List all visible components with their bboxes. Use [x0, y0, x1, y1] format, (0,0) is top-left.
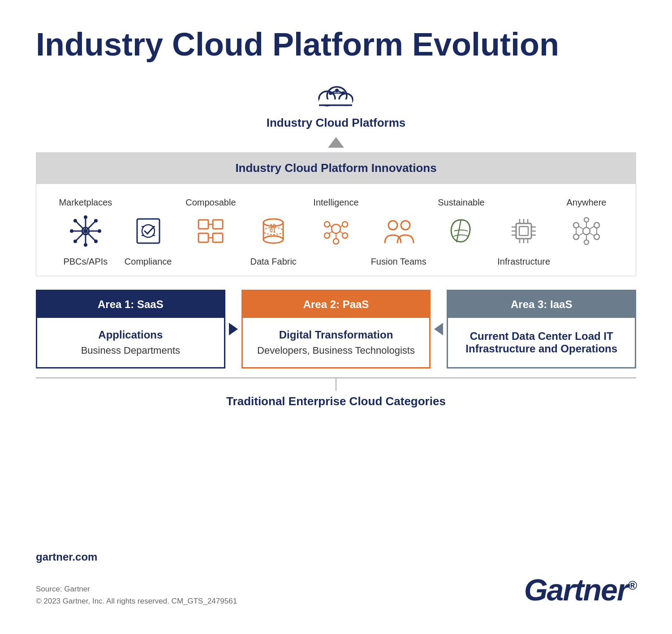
svg-point-18	[70, 229, 73, 233]
area-2-paas: Area 2: PaaS Digital Transformation Deve…	[241, 290, 431, 368]
area-1-header: Area 1: SaaS	[37, 291, 224, 318]
svg-point-21	[94, 240, 98, 243]
svg-line-82	[590, 233, 594, 236]
area-3-body: Current Data Center Load IT Infrastructu…	[448, 318, 635, 367]
icon-col-intelligence: Intelligence	[307, 197, 365, 210]
arrow-up-icon	[328, 137, 344, 148]
label-infrastructure: Infrastructure	[497, 257, 550, 267]
source-text: Source: Gartner © 2023 Gartner, Inc. All…	[36, 583, 237, 607]
icon-col-infra-top	[495, 197, 553, 210]
icon-intelligence	[307, 215, 365, 247]
area-1-saas: Area 1: SaaS Applications Business Depar…	[36, 290, 225, 368]
area-1-header-text: Area 1: SaaS	[98, 298, 164, 310]
icon-col-composable: Composable	[181, 197, 240, 210]
area-1-title: Applications	[98, 329, 163, 341]
area-1-subtitle: Business Departments	[81, 345, 180, 356]
svg-point-76	[584, 240, 589, 244]
svg-rect-30	[198, 233, 208, 242]
label-compliance: Compliance	[125, 257, 172, 267]
compliance-icon	[133, 215, 164, 247]
svg-line-48	[330, 225, 332, 227]
separator-line	[36, 377, 636, 378]
icon-col-anywhere: Anywhere	[557, 197, 616, 210]
icon-fusion-teams	[370, 215, 428, 247]
svg-point-42	[332, 224, 340, 233]
svg-line-51	[340, 231, 343, 233]
label-fusion-teams: Fusion Teams	[371, 257, 426, 267]
footer-bottom: Source: Gartner © 2023 Gartner, Inc. All…	[36, 572, 636, 607]
svg-point-28	[142, 225, 155, 237]
icon-col-empty1	[181, 253, 240, 257]
label-composable: Composable	[185, 197, 236, 210]
icon-col-empty3	[432, 253, 490, 257]
area-3-iaas: Area 3: IaaS Current Data Center Load IT…	[447, 290, 636, 368]
svg-rect-57	[519, 227, 528, 236]
svg-line-55	[457, 220, 461, 242]
svg-line-81	[578, 233, 583, 236]
icon-pbcs	[56, 215, 115, 247]
svg-point-17	[84, 243, 87, 247]
cloud-icon	[314, 80, 358, 111]
icon-col-compliance-label: Compliance	[119, 253, 177, 267]
infrastructure-icon	[508, 215, 539, 247]
svg-point-53	[388, 221, 397, 230]
icon-col-datafabric-label: Data Fabric	[244, 253, 302, 267]
footer: gartner.com Source: Gartner © 2023 Gartn…	[36, 551, 636, 607]
icon-col-empty2	[307, 253, 365, 257]
icon-col-composable-top	[119, 197, 177, 210]
svg-point-72	[594, 223, 599, 228]
icon-data-fabric-composable	[181, 215, 240, 247]
icon-sustainable	[432, 215, 490, 247]
svg-point-36	[263, 236, 283, 243]
intelligence-icon	[320, 215, 352, 247]
label-data-fabric: Data Fabric	[250, 257, 296, 267]
arrow-2-3	[431, 290, 447, 368]
icon-compliance	[119, 215, 177, 247]
area-3-header-text: Area 3: IaaS	[511, 298, 572, 310]
svg-point-19	[98, 229, 101, 233]
arrow-right-icon	[229, 323, 238, 335]
svg-line-79	[578, 226, 583, 229]
icon-col-marketplaces: Marketplaces	[56, 197, 115, 210]
data-fabric-icon: 01 10	[258, 215, 289, 247]
svg-point-75	[584, 218, 589, 222]
area-2-header: Area 2: PaaS	[243, 291, 430, 318]
svg-rect-56	[516, 223, 531, 239]
svg-point-70	[583, 227, 590, 235]
composable-icon	[195, 215, 226, 247]
svg-point-20	[73, 219, 77, 223]
label-sustainable: Sustainable	[438, 197, 485, 210]
area-3-header: Area 3: IaaS	[448, 291, 635, 318]
arrow-left-icon	[434, 323, 443, 335]
areas-row: Area 1: SaaS Applications Business Depar…	[36, 290, 636, 368]
icons-grid: Marketplaces Composable Intelligence Sus…	[36, 184, 636, 276]
traditional-label: Traditional Enterprise Cloud Categories	[36, 394, 636, 408]
svg-rect-32	[213, 233, 223, 242]
icon-anywhere	[557, 215, 616, 247]
svg-point-71	[573, 223, 579, 228]
area-3-title: Current Data Center Load IT Infrastructu…	[465, 330, 617, 355]
svg-point-22	[94, 219, 98, 223]
pbcs-icon	[70, 215, 101, 247]
arrow-1-2	[225, 290, 241, 368]
svg-point-47	[333, 239, 339, 244]
icon-col-sustainable: Sustainable	[432, 197, 490, 210]
label-intelligence: Intelligence	[313, 197, 358, 210]
gartner-logo: Gartner®	[524, 572, 636, 607]
svg-point-54	[401, 221, 410, 230]
area-2-subtitle: Developers, Business Technologists	[257, 345, 415, 356]
fusion-teams-icon	[383, 215, 414, 247]
svg-point-73	[573, 234, 579, 240]
svg-line-80	[590, 226, 594, 229]
industry-cloud-label: Industry Cloud Platforms	[267, 116, 406, 130]
svg-point-16	[84, 215, 87, 219]
icon-col-infra-label: Infrastructure	[495, 253, 553, 267]
icon-data-fabric: 01 10	[244, 215, 302, 247]
svg-rect-31	[213, 220, 223, 229]
area-2-header-text: Area 2: PaaS	[303, 298, 369, 310]
svg-point-45	[324, 233, 330, 238]
area-2-body: Digital Transformation Developers, Busin…	[243, 318, 430, 367]
svg-point-23	[73, 240, 77, 243]
innovations-banner-text: Industry Cloud Platform Innovations	[235, 161, 436, 175]
vertical-tick	[336, 377, 336, 391]
